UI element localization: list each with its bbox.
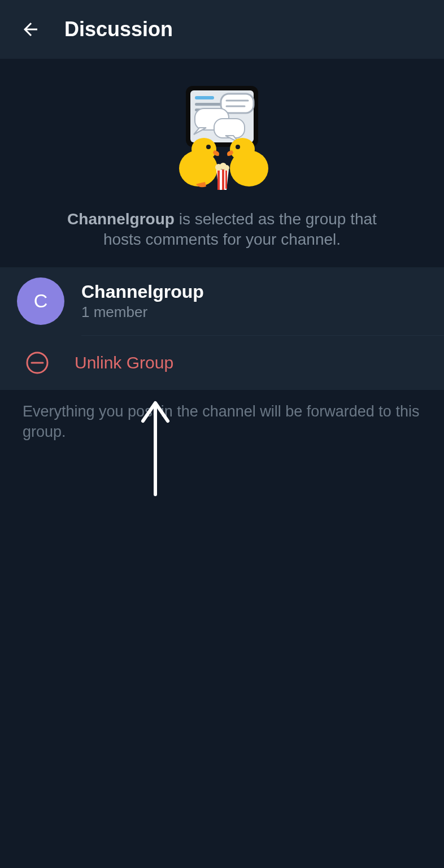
page-title: Discussion <box>64 18 173 41</box>
svg-rect-17 <box>222 170 224 190</box>
svg-point-15 <box>236 145 240 149</box>
svg-rect-9 <box>214 119 245 138</box>
group-avatar: C <box>17 277 64 325</box>
svg-rect-2 <box>195 96 214 99</box>
svg-point-21 <box>224 165 229 171</box>
group-members-label: 1 member <box>81 303 204 321</box>
svg-rect-18 <box>225 170 227 189</box>
linked-group-row[interactable]: C Channelgroup 1 member <box>0 267 444 335</box>
intro-text: Channelgroup is selected as the group th… <box>47 209 397 250</box>
back-button[interactable] <box>19 18 42 41</box>
footer-note: Everything you post in the channel will … <box>0 390 444 454</box>
svg-point-11 <box>191 138 216 160</box>
svg-point-14 <box>230 138 255 160</box>
arrow-left-icon <box>20 19 41 40</box>
settings-card: C Channelgroup 1 member Unlink Group <box>0 267 444 390</box>
group-name-label: Channelgroup <box>81 281 204 302</box>
discussion-illustration <box>166 81 278 194</box>
intro-group-name: Channelgroup <box>67 210 175 228</box>
intro-section: Channelgroup is selected as the group th… <box>0 59 444 267</box>
svg-rect-16 <box>217 170 220 190</box>
app-header: Discussion <box>0 0 444 59</box>
minus-circle-icon <box>25 350 50 375</box>
unlink-label: Unlink Group <box>75 353 173 372</box>
group-info: Channelgroup 1 member <box>81 281 204 321</box>
svg-point-12 <box>206 145 211 149</box>
unlink-group-button[interactable]: Unlink Group <box>0 336 444 390</box>
